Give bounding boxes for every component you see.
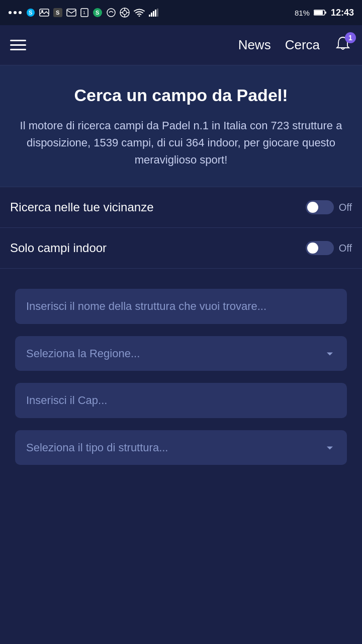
skype-icon: S: [26, 8, 35, 17]
structure-type-select[interactable]: Seleziona il tipo di struttura...: [15, 430, 347, 465]
battery-level: 81%: [295, 9, 310, 17]
hamburger-line-2: [10, 44, 26, 46]
fingerprint-icon: [107, 8, 116, 17]
top-nav: News Cerca 1: [0, 25, 362, 65]
svg-point-1: [14, 11, 17, 14]
chrome-icon: [120, 8, 130, 18]
toggle-indoor: Solo campi indoor Off: [0, 228, 362, 269]
svg-rect-28: [314, 11, 323, 15]
hamburger-button[interactable]: [10, 40, 26, 50]
toggle-nearby-container: Off: [306, 200, 352, 214]
hero-description: Il motore di ricerca campi da Padel n.1 …: [15, 117, 347, 169]
svg-text:S: S: [29, 10, 32, 16]
status-bar-right: 81% 12:43: [295, 8, 354, 18]
svg-rect-23: [151, 13, 152, 17]
svg-rect-22: [149, 15, 150, 17]
notification-badge: 1: [345, 32, 356, 43]
toggle-indoor-switch[interactable]: [306, 241, 334, 255]
toggle-nearby: Ricerca nelle tue vicinanze Off: [0, 187, 362, 228]
clock: 12:43: [331, 8, 354, 18]
svg-point-21: [139, 16, 140, 17]
svg-rect-9: [67, 9, 76, 16]
wifi-icon: [134, 9, 145, 17]
toggle-nearby-knob: [307, 202, 318, 213]
svg-rect-26: [157, 9, 158, 17]
structure-name-input[interactable]: [15, 289, 347, 324]
signal-icon: [149, 9, 159, 17]
cerca-link[interactable]: Cerca: [285, 37, 320, 53]
region-select[interactable]: Seleziona la Regione...: [15, 336, 347, 371]
dots-icon: [8, 9, 22, 16]
image-icon: [39, 9, 49, 17]
battery-icon: [314, 9, 327, 16]
status-bar: S S 1 S: [0, 0, 362, 25]
toggle-nearby-state: Off: [339, 202, 352, 213]
region-select-wrapper: Seleziona la Regione...: [15, 336, 347, 371]
svg-rect-29: [325, 12, 326, 14]
svg-rect-24: [153, 11, 154, 17]
hero-title: Cerca un campo da Padel!: [15, 86, 347, 105]
news-link[interactable]: News: [238, 37, 271, 53]
email-icon: [66, 9, 76, 17]
toggle-indoor-state: Off: [339, 243, 352, 254]
toggle-indoor-container: Off: [306, 241, 352, 255]
search-section: Seleziona la Regione... Seleziona il tip…: [0, 269, 362, 485]
toggle-indoor-knob: [307, 243, 318, 254]
svg-text:S: S: [56, 10, 59, 16]
svg-point-0: [9, 11, 12, 14]
toggle-indoor-label: Solo campi indoor: [10, 241, 306, 255]
hero-section: Cerca un campo da Padel! Il motore di ri…: [0, 65, 362, 187]
svg-text:1: 1: [83, 10, 85, 15]
svg-text:S: S: [96, 10, 99, 16]
svg-point-14: [107, 9, 115, 17]
svg-point-2: [19, 11, 22, 14]
toggle-nearby-switch[interactable]: [306, 200, 334, 214]
nav-left: [10, 40, 26, 50]
status-bar-icons: S S 1 S: [8, 8, 159, 18]
notification-button[interactable]: 1: [334, 35, 352, 55]
structure-type-select-wrapper: Seleziona il tipo di struttura...: [15, 430, 347, 465]
cap-input[interactable]: [15, 383, 347, 418]
s3-icon: S: [93, 8, 103, 18]
svg-point-16: [123, 11, 127, 15]
s2-icon: S: [53, 8, 62, 17]
svg-rect-25: [155, 10, 156, 17]
hamburger-line-1: [10, 40, 26, 41]
nav-right: News Cerca 1: [238, 35, 352, 55]
box-icon: 1: [80, 8, 88, 17]
toggle-nearby-label: Ricerca nelle tue vicinanze: [10, 200, 306, 214]
hamburger-line-3: [10, 49, 26, 50]
